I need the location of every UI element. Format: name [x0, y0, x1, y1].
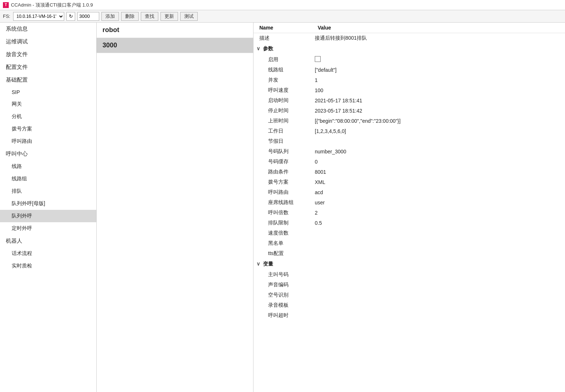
test-button[interactable]: 测试 — [180, 12, 198, 21]
detail-panel: Name Value 描述 接通后转接到8001排队 ∨ 参数 启用 线路组 [… — [254, 23, 565, 392]
field-name-录音模板: 录音模板 — [254, 300, 312, 310]
refresh-button[interactable]: ↻ — [66, 12, 75, 21]
title-bar: T CCAdmin - 顶顶通CTI接口客户端 1.0.9 — [0, 0, 565, 10]
list-item-3000[interactable]: 3000 — [97, 38, 253, 53]
field-value-启用[interactable] — [312, 54, 565, 65]
sidebar-item-gateway[interactable]: 网关 — [0, 98, 96, 110]
field-name-黑名单: 黑名单 — [254, 238, 312, 248]
sidebar-item-line[interactable]: 线路 — [0, 160, 96, 173]
section-header-变量[interactable]: ∨ 变量 — [254, 259, 565, 270]
section-header-参数[interactable]: ∨ 参数 — [254, 43, 565, 54]
field-name-并发: 并发 — [254, 75, 312, 85]
field-name-线路组: 线路组 — [254, 65, 312, 75]
field-value-描述: 接通后转接到8001排队 — [312, 33, 565, 44]
field-name-上班时间: 上班时间 — [254, 116, 312, 126]
field-value-录音模板 — [312, 300, 565, 310]
list-panel: robot 3000 — [97, 23, 254, 392]
server-select[interactable]: 10.0.16.17-VM-16-1' — [13, 12, 64, 21]
sidebar-item-robot[interactable]: 机器人 — [0, 235, 96, 247]
field-value-号码缓存: 0 — [312, 157, 565, 167]
field-value-上班时间: [{"begin":"08:00:00","end":"23:00:00"}] — [312, 116, 565, 126]
sidebar-item-dial-plan[interactable]: 拨号方案 — [0, 123, 96, 135]
sidebar-item-queue-outbound[interactable]: 队列外呼 — [0, 210, 96, 222]
sidebar-item-extension[interactable]: 分机 — [0, 110, 96, 123]
sidebar: 系统信息 运维调试 放音文件 配置文件 基础配置 SIP 网关 分机 拨号方案 … — [0, 23, 97, 392]
sidebar-item-sip[interactable]: SIP — [0, 86, 96, 98]
field-value-停止时间: 2023-05-17 18:51:42 — [312, 106, 565, 116]
sidebar-item-queue[interactable]: 排队 — [0, 185, 96, 197]
field-value-线路组: ["default"] — [312, 65, 565, 75]
sidebar-item-config-files[interactable]: 配置文件 — [0, 61, 96, 74]
sidebar-item-basic-config[interactable]: 基础配置 — [0, 74, 96, 86]
field-name-座席线路组: 座席线路组 — [254, 197, 312, 208]
find-button[interactable]: 查找 — [141, 12, 158, 21]
field-value-空号识别 — [312, 290, 565, 300]
field-value-主叫号码 — [312, 270, 565, 280]
field-name-启用: 启用 — [254, 54, 312, 65]
field-value-呼叫超时 — [312, 310, 565, 321]
sidebar-item-talk-flow[interactable]: 话术流程 — [0, 247, 96, 260]
main-layout: 系统信息 运维调试 放音文件 配置文件 基础配置 SIP 网关 分机 拨号方案 … — [0, 23, 565, 392]
field-value-呼叫倍数: 2 — [312, 208, 565, 218]
field-name-呼叫速度: 呼叫速度 — [254, 85, 312, 95]
field-value-工作日: [1,2,3,4,5,6,0] — [312, 126, 565, 136]
number-input[interactable] — [77, 12, 99, 21]
field-value-速度倍数 — [312, 228, 565, 238]
field-value-启动时间: 2021-05-17 18:51:41 — [312, 95, 565, 106]
sidebar-item-line-group[interactable]: 线路组 — [0, 173, 96, 185]
field-value-节假日 — [312, 136, 565, 146]
field-value-号码队列: number_3000 — [312, 146, 565, 157]
sidebar-item-audio-files[interactable]: 放音文件 — [0, 48, 96, 61]
field-value-路由条件: 8001 — [312, 167, 565, 177]
field-name-号码缓存: 号码缓存 — [254, 157, 312, 167]
field-value-座席线路组: user — [312, 197, 565, 208]
field-name-tts配置: tts配置 — [254, 248, 312, 259]
fs-label: FS: — [3, 13, 10, 19]
delete-button[interactable]: 删除 — [121, 12, 139, 21]
update-button[interactable]: 更新 — [160, 12, 178, 21]
field-name-空号识别: 空号识别 — [254, 290, 312, 300]
field-value-tts配置 — [312, 248, 565, 259]
field-name-声音编码: 声音编码 — [254, 280, 312, 290]
field-name-呼叫路由: 呼叫路由 — [254, 187, 312, 197]
field-value-并发: 1 — [312, 75, 565, 85]
col-value: Value — [312, 23, 565, 33]
field-value-黑名单 — [312, 238, 565, 248]
field-name-拨号方案: 拨号方案 — [254, 177, 312, 187]
field-name-号码队列: 号码队列 — [254, 146, 312, 157]
detail-table: Name Value 描述 接通后转接到8001排队 ∨ 参数 启用 线路组 [… — [254, 23, 565, 321]
field-name-速度倍数: 速度倍数 — [254, 228, 312, 238]
field-name-描述: 描述 — [254, 33, 312, 44]
col-name: Name — [254, 23, 312, 33]
toolbar: FS: 10.0.16.17-VM-16-1' ↻ 添加 删除 查找 更新 测试 — [0, 10, 565, 23]
field-name-节假日: 节假日 — [254, 136, 312, 146]
field-name-呼叫倍数: 呼叫倍数 — [254, 208, 312, 218]
app-icon: T — [3, 2, 9, 8]
sidebar-item-call-route[interactable]: 呼叫路由 — [0, 135, 96, 148]
sidebar-item-realtime-qa[interactable]: 实时质检 — [0, 260, 96, 272]
field-name-路由条件: 路由条件 — [254, 167, 312, 177]
sidebar-item-timed-outbound[interactable]: 定时外呼 — [0, 222, 96, 235]
field-name-停止时间: 停止时间 — [254, 106, 312, 116]
field-value-拨号方案: XML — [312, 177, 565, 187]
sidebar-item-call-center[interactable]: 呼叫中心 — [0, 148, 96, 160]
title-bar-text: CCAdmin - 顶顶通CTI接口客户端 1.0.9 — [11, 2, 93, 8]
field-value-排队限制: 0.5 — [312, 218, 565, 228]
field-name-排队限制: 排队限制 — [254, 218, 312, 228]
field-value-呼叫速度: 100 — [312, 85, 565, 95]
field-name-呼叫超时: 呼叫超时 — [254, 310, 312, 321]
list-item-robot[interactable]: robot — [97, 23, 253, 38]
add-button[interactable]: 添加 — [101, 12, 119, 21]
field-value-呼叫路由: acd — [312, 187, 565, 197]
sidebar-item-ops-debug[interactable]: 运维调试 — [0, 35, 96, 48]
field-name-主叫号码: 主叫号码 — [254, 270, 312, 280]
field-value-声音编码 — [312, 280, 565, 290]
sidebar-item-system-info[interactable]: 系统信息 — [0, 23, 96, 35]
field-name-启动时间: 启动时间 — [254, 95, 312, 106]
field-name-工作日: 工作日 — [254, 126, 312, 136]
sidebar-item-queue-outbound-template[interactable]: 队列外呼[母版] — [0, 197, 96, 210]
